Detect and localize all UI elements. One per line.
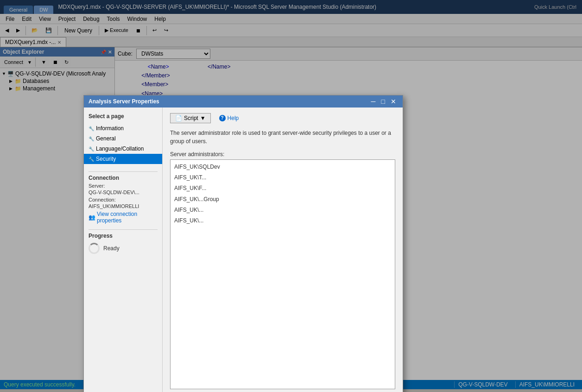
dialog-minimize[interactable]: ─: [369, 98, 378, 105]
admins-list: AIFS_UK\SQLDev AIFS_UK\T... AIFS_UK\F...…: [170, 159, 395, 389]
wrench-icon-language: 🔧: [89, 146, 94, 152]
page-label-information: Information: [96, 125, 124, 132]
view-connection-link[interactable]: 👥 View connection properties: [89, 211, 158, 224]
connection-icon: 👥: [89, 214, 95, 221]
admin-entry-5: AIFS_UK\...: [172, 215, 393, 226]
dialog-main-content: 📄 Script ▼ ? Help The server administrat…: [163, 107, 403, 392]
page-item-general[interactable]: 🔧 General: [84, 133, 162, 144]
server-admins-label: Server administrators:: [170, 151, 395, 158]
progress-section: Progress Ready: [84, 229, 162, 254]
wrench-icon-security: 🔧: [89, 157, 94, 162]
dialog-title-bar: Analysis Server Properties ─ □ ✕: [84, 95, 403, 107]
dialog-title-controls: ─ □ ✕: [369, 98, 398, 105]
script-icon: 📄: [175, 115, 182, 121]
progress-title: Progress: [89, 229, 158, 243]
progress-content: Ready: [89, 243, 158, 254]
view-connection-label: View connection properties: [97, 211, 158, 224]
dialog-close[interactable]: ✕: [389, 98, 398, 105]
dialog-body: Select a page 🔧 Information 🔧 General 🔧 …: [84, 107, 403, 392]
connection-label: Connection:: [89, 197, 158, 202]
wrench-icon-general: 🔧: [89, 136, 94, 141]
connection-value: AIFS_UK\MMIORELLI: [89, 203, 158, 209]
progress-status: Ready: [103, 245, 120, 252]
dialog-maximize[interactable]: □: [380, 98, 387, 105]
page-label-general: General: [96, 135, 116, 142]
modal-overlay: Analysis Server Properties ─ □ ✕ Select …: [0, 0, 582, 392]
admin-entry-4: AIFS_UK\...: [172, 205, 393, 215]
connection-section: Connection Server: QG-V-SQLDW-DEV\... Co…: [84, 171, 162, 224]
dialog-title: Analysis Server Properties: [89, 98, 159, 105]
select-page-label: Select a page: [84, 111, 162, 123]
page-item-security[interactable]: 🔧 Security: [84, 154, 162, 164]
progress-spinner: [89, 243, 100, 254]
help-icon: ?: [219, 115, 226, 121]
wrench-icon-information: 🔧: [89, 126, 94, 131]
script-label: Script: [184, 115, 198, 121]
dialog-sidebar: Select a page 🔧 Information 🔧 General 🔧 …: [84, 107, 163, 392]
admin-entry-1: AIFS_UK\T...: [172, 172, 393, 183]
description-text: The server administrator role is used to…: [170, 129, 395, 145]
admin-entry-3: AIFS_UK\...Group: [172, 194, 393, 205]
connection-title: Connection: [89, 171, 158, 183]
page-item-information[interactable]: 🔧 Information: [84, 123, 162, 133]
help-button[interactable]: ? Help: [215, 114, 244, 123]
server-value: QG-V-SQLDW-DEV\...: [89, 190, 158, 195]
help-label: Help: [228, 115, 239, 121]
admin-entry-2: AIFS_UK\F...: [172, 183, 393, 194]
page-label-language: Language/Collation: [96, 145, 144, 152]
dialog-toolbar: 📄 Script ▼ ? Help: [170, 113, 395, 123]
page-label-security: Security: [96, 156, 116, 162]
analysis-server-properties-dialog: Analysis Server Properties ─ □ ✕ Select …: [83, 95, 403, 392]
page-item-language-collation[interactable]: 🔧 Language/Collation: [84, 144, 162, 154]
server-label: Server:: [89, 183, 158, 189]
admin-entry-0: AIFS_UK\SQLDev: [172, 162, 393, 172]
script-dropdown-icon: ▼: [200, 115, 206, 121]
script-button[interactable]: 📄 Script ▼: [170, 113, 211, 123]
